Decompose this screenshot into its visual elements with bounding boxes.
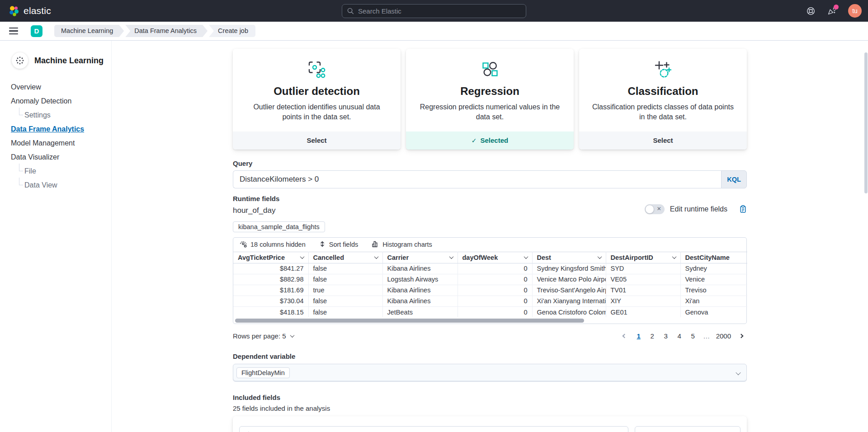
kql-button[interactable]: KQL	[721, 170, 747, 188]
job-type-card-classification[interactable]: ClassificationClassification predicts cl…	[579, 49, 747, 150]
column-header-label: Carrier	[387, 254, 409, 261]
page-button-2000[interactable]: 2000	[715, 330, 732, 342]
user-avatar[interactable]: tu	[848, 4, 862, 18]
job-type-card-outlier-detection[interactable]: Outlier detectionOutlier detection ident…	[233, 49, 401, 150]
pagination-ellipsis: …	[701, 330, 712, 342]
notification-dot	[834, 5, 839, 9]
dependent-variable-select[interactable]: FlightDelayMin	[233, 364, 747, 382]
sidebar-item-data-view[interactable]: Data View	[19, 181, 57, 189]
page-button-3[interactable]: 3	[660, 330, 671, 342]
global-search[interactable]	[342, 4, 526, 18]
space-badge[interactable]: D	[31, 25, 42, 37]
breadcrumb-item[interactable]: Create job	[209, 25, 255, 37]
table-cell: false	[308, 274, 382, 285]
table-cell: false	[308, 263, 382, 274]
chevron-down-icon	[736, 369, 740, 377]
index-badge: kibana_sample_data_flights	[233, 221, 325, 232]
newsfeed-icon[interactable]	[827, 7, 836, 15]
sidebar-item-anomaly-detection[interactable]: Anomaly Detection	[11, 97, 71, 105]
sidebar-item-data-visualizer[interactable]: Data Visualizer	[11, 153, 59, 161]
page-button-1[interactable]: 1	[633, 330, 644, 342]
sidebar-item-file[interactable]: File	[19, 167, 36, 175]
previous-page-button[interactable]	[619, 330, 631, 342]
column-header-dayOfWeek[interactable]: dayOfWeek	[458, 252, 532, 263]
sidebar-item-data-frame-analytics[interactable]: Data Frame Analytics	[11, 125, 84, 133]
page-button-5[interactable]: 5	[688, 330, 698, 342]
table-cell: $730.04	[233, 296, 308, 306]
chevron-down-icon	[300, 254, 304, 259]
toolbar-hide-columns-button[interactable]: 18 columns hidden	[240, 240, 306, 249]
card-action-label: Selected	[481, 136, 509, 144]
toolbar-button-label: 18 columns hidden	[250, 241, 306, 248]
table-cell: Logstash Airways	[382, 274, 458, 285]
column-header-Cancelled[interactable]: Cancelled	[308, 252, 382, 263]
table-cell: Venice	[680, 274, 747, 285]
job-type-card-regression[interactable]: RegressionRegression predicts numerical …	[406, 49, 574, 150]
source-data-grid: 18 columns hiddenSort fieldsHistogram ch…	[233, 237, 747, 324]
sidebar-nav: OverviewAnomaly DetectionSettingsData Fr…	[0, 83, 111, 189]
breadcrumb-item[interactable]: Data Frame Analytics	[125, 25, 208, 37]
select-button[interactable]: Select	[233, 131, 401, 150]
selected-badge[interactable]: ✓Selected	[406, 131, 574, 150]
dependent-variable-value: FlightDelayMin	[236, 367, 290, 378]
table-cell: Kibana Airlines	[382, 263, 458, 274]
elastic-logo[interactable]: elastic	[8, 5, 51, 17]
clipboard-icon[interactable]	[739, 205, 747, 213]
included-fields-panel: Is includedIs not included Field nameMap…	[233, 416, 747, 432]
chevron-left-icon	[623, 333, 627, 338]
help-icon[interactable]	[807, 7, 815, 15]
card-description: Outlier detection identifies unusual dat…	[245, 102, 389, 122]
column-header-AvgTicketPrice[interactable]: AvgTicketPrice	[233, 252, 308, 263]
global-search-input[interactable]	[358, 7, 526, 15]
included-fields-subtitle: 25 fields included in the analysis	[233, 404, 747, 412]
toolbar-sort-button[interactable]: Sort fields	[319, 241, 358, 249]
table-cell: true	[308, 285, 382, 296]
table-cell: JetBeats	[382, 306, 458, 317]
sidebar-item-overview[interactable]: Overview	[11, 83, 41, 91]
horizontal-scrollbar-thumb[interactable]	[235, 319, 584, 323]
column-header-label: dayOfWeek	[462, 254, 498, 261]
table-cell: Kibana Airlines	[382, 296, 458, 306]
page-title: Machine Learning	[34, 56, 104, 66]
card-title: Classification	[591, 85, 735, 98]
sidebar-item-model-management[interactable]: Model Management	[11, 139, 75, 147]
card-action-label: Select	[653, 136, 673, 144]
source-table: AvgTicketPriceCancelledCarrierdayOfWeekD…	[233, 252, 747, 318]
sidebar-item-settings[interactable]: Settings	[19, 111, 51, 119]
elastic-logo-icon	[8, 5, 19, 17]
toolbar-button-label: Sort fields	[329, 241, 358, 248]
column-header-label: Dest	[537, 254, 551, 261]
regression-icon	[418, 61, 562, 80]
card-description: Regression predicts numerical values in …	[418, 102, 562, 122]
column-header-label: AvgTicketPrice	[238, 254, 285, 261]
table-cell: Xi'an	[680, 296, 747, 306]
card-action-label: Select	[307, 136, 326, 144]
column-header-Carrier[interactable]: Carrier	[382, 252, 458, 263]
table-cell: false	[308, 306, 382, 317]
breadcrumb-item[interactable]: Machine Learning	[54, 25, 124, 37]
query-input[interactable]	[233, 175, 721, 184]
histogram-icon	[372, 240, 379, 249]
column-header-Dest[interactable]: Dest	[532, 252, 606, 263]
field-search	[239, 426, 628, 432]
runtime-fields-label: Runtime fields	[233, 195, 279, 202]
table-cell: Genoa Cristoforo Colomb...	[532, 306, 606, 317]
toolbar-histogram-button[interactable]: Histogram charts	[372, 240, 432, 249]
menu-icon[interactable]	[9, 25, 21, 37]
page-button-4[interactable]: 4	[674, 330, 685, 342]
table-cell: $181.69	[233, 285, 308, 296]
select-button[interactable]: Select	[579, 131, 747, 150]
table-cell: false	[308, 296, 382, 306]
column-header-DestAirportID[interactable]: DestAirportID	[606, 252, 680, 263]
rows-per-page-button[interactable]: Rows per page: 5	[233, 332, 294, 340]
edit-runtime-fields-label: Edit runtime fields	[670, 205, 727, 213]
next-page-button[interactable]	[735, 330, 747, 342]
table-row: $841.27falseKibana Airlines0Sydney Kings…	[233, 263, 747, 274]
column-header-DestCityName[interactable]: DestCityName	[680, 252, 747, 263]
table-row: $730.04falseKibana Airlines0Xi'an Xianya…	[233, 296, 747, 306]
table-cell: Xi'an Xianyang Internatio...	[532, 296, 606, 306]
vertical-scrollbar-thumb[interactable]	[864, 52, 868, 193]
table-cell: 0	[458, 274, 532, 285]
page-button-2[interactable]: 2	[647, 330, 658, 342]
edit-runtime-fields-toggle[interactable]: ✕	[645, 204, 665, 214]
